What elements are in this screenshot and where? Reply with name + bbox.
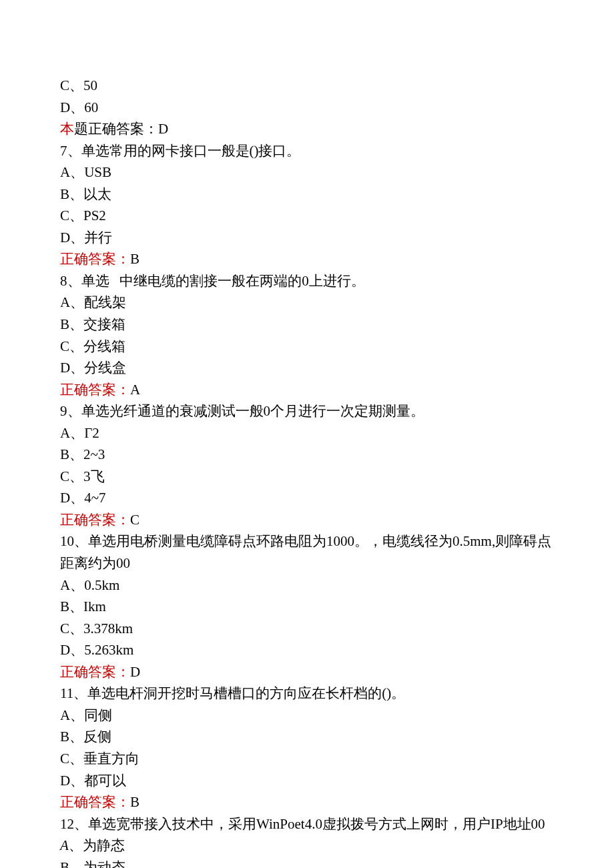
text-span: 正确答案： (60, 251, 130, 267)
text-line: A、Γ2 (60, 422, 554, 444)
text-line: D、4~7 (60, 487, 554, 509)
text-line: D、60 (60, 97, 554, 119)
text-line: D、分线盒 (60, 357, 554, 379)
text-line: D、并行 (60, 227, 554, 249)
text-line: A、为静态 (60, 835, 554, 857)
text-line: C、3.378km (60, 618, 554, 640)
text-line: 12、单选宽带接入技术中，采用WinPoet4.0虚拟拨号方式上网时，用户IP地… (60, 813, 554, 835)
text-line: A、0.5km (60, 574, 554, 596)
text-span: 正确答案： (60, 512, 130, 528)
text-line: 8、单选 中继电缆的割接一般在两端的0上进行。 (60, 270, 554, 292)
text-line: B、Ikm (60, 596, 554, 618)
text-line: B、以太 (60, 183, 554, 205)
text-span: A (60, 837, 69, 853)
text-line: B、2~3 (60, 444, 554, 466)
text-span: D (158, 121, 168, 137)
document-content: C、50D、60本题正确答案：D7、单选常用的网卡接口一般是()接口。A、USB… (60, 75, 554, 868)
text-span: 题正确答案： (74, 121, 158, 137)
text-span: 正确答案： (60, 382, 130, 398)
text-line: B、为动态 (60, 857, 554, 868)
text-line: C、分线箱 (60, 336, 554, 358)
text-line: A、USB (60, 161, 554, 183)
text-line: C、PS2 (60, 205, 554, 227)
text-line: 正确答案：D (60, 661, 554, 683)
text-span: B (130, 794, 139, 810)
text-span: B (130, 251, 139, 267)
text-span: D (130, 664, 140, 680)
text-line: B、反侧 (60, 726, 554, 748)
text-span: 正确答案： (60, 664, 130, 680)
text-line: 7、单选常用的网卡接口一般是()接口。 (60, 140, 554, 162)
text-line: A、配线架 (60, 292, 554, 314)
text-line: 11、单选电杆洞开挖时马槽槽口的方向应在长杆档的()。 (60, 683, 554, 705)
text-span: A (130, 382, 140, 398)
text-line: C、3飞 (60, 466, 554, 488)
text-line: D、都可以 (60, 770, 554, 792)
text-line: 本题正确答案：D (60, 118, 554, 140)
text-line: A、同侧 (60, 705, 554, 727)
text-line: 正确答案：A (60, 379, 554, 401)
text-line: 10、单选用电桥测量电缆障碍点环路电阻为1000。，电缆线径为0.5mm,则障碍… (60, 530, 554, 574)
text-line: B、交接箱 (60, 314, 554, 336)
text-line: D、5.263km (60, 639, 554, 661)
text-span: 、为静态 (69, 837, 125, 853)
text-span: C (130, 512, 139, 528)
text-span: 本 (60, 121, 74, 137)
text-line: 9、单选光纤通道的衰减测试一般0个月进行一次定期测量。 (60, 400, 554, 422)
text-line: 正确答案：C (60, 509, 554, 531)
text-line: 正确答案：B (60, 791, 554, 813)
document-page: C、50D、60本题正确答案：D7、单选常用的网卡接口一般是()接口。A、USB… (0, 0, 614, 868)
text-line: 正确答案：B (60, 248, 554, 270)
text-line: C、50 (60, 75, 554, 97)
text-line: C、垂直方向 (60, 748, 554, 770)
text-span: 正确答案： (60, 794, 130, 810)
